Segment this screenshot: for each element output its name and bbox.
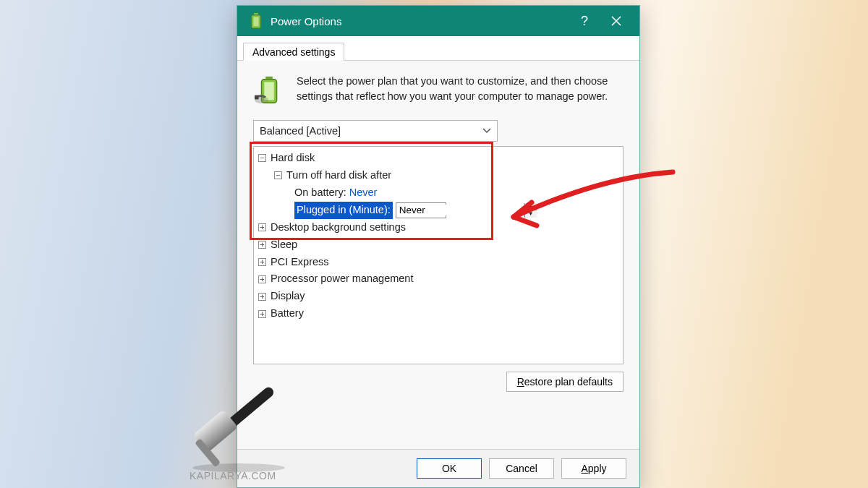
tree-label: PCI Express: [271, 254, 329, 271]
settings-tree[interactable]: − Hard disk − Turn off hard disk after O…: [253, 146, 624, 364]
spinner-down-button[interactable]: ▼: [525, 210, 537, 218]
close-button[interactable]: [600, 6, 632, 36]
svg-rect-11: [195, 438, 221, 467]
svg-rect-10: [193, 409, 239, 453]
expand-toggle[interactable]: +: [258, 293, 266, 301]
restore-defaults-button[interactable]: Restore plan defaults: [506, 372, 624, 392]
tree-label: Display: [271, 288, 305, 305]
power-plan-icon: [253, 74, 286, 107]
tree-label: Battery: [271, 305, 304, 322]
svg-rect-7: [255, 95, 259, 100]
settings-tree-container: − Hard disk − Turn off hard disk after O…: [253, 146, 624, 364]
tree-label: On battery:: [294, 184, 346, 202]
intro-text: Select the power plan that you want to c…: [297, 74, 624, 107]
expand-toggle[interactable]: +: [258, 275, 266, 283]
watermark-text: KAPILARYA.COM: [190, 470, 276, 481]
expand-toggle[interactable]: +: [258, 258, 266, 266]
ok-button[interactable]: OK: [417, 458, 482, 479]
power-plan-dropdown[interactable]: Balanced [Active]: [253, 120, 498, 142]
plugged-in-label-selected: Plugged in (Minute):: [294, 202, 393, 219]
restore-label: estore plan defaults: [524, 376, 613, 388]
on-battery-value[interactable]: Never: [349, 184, 378, 202]
battery-icon: [249, 13, 263, 29]
svg-rect-2: [253, 17, 258, 27]
plan-selected-value: Balanced [Active]: [260, 125, 341, 137]
tree-item-processor-power[interactable]: +Processor power management: [258, 270, 618, 288]
tree-label: Turn off hard disk after: [286, 167, 391, 184]
chevron-down-icon: [482, 128, 491, 134]
tab-advanced-settings[interactable]: Advanced settings: [243, 43, 344, 61]
close-icon: [611, 16, 621, 26]
tree-item-pci-express[interactable]: +PCI Express: [258, 254, 618, 271]
tree-item-plugged-in[interactable]: Plugged in (Minute): ▲ ▼: [258, 202, 618, 219]
tree-item-display[interactable]: +Display: [258, 288, 618, 305]
intro-row: Select the power plan that you want to c…: [253, 74, 624, 107]
collapse-toggle[interactable]: −: [258, 154, 266, 162]
collapse-toggle[interactable]: −: [274, 171, 282, 179]
tree-item-sleep[interactable]: +Sleep: [258, 236, 618, 254]
tree-label: Processor power management: [271, 270, 413, 288]
expand-toggle[interactable]: +: [258, 241, 266, 249]
tree-item-desktop-background[interactable]: +Desktop background settings: [258, 219, 618, 236]
tree-label: Hard disk: [271, 150, 315, 167]
tree-item-turn-off-hard-disk[interactable]: − Turn off hard disk after: [258, 167, 618, 184]
plugged-in-spinner[interactable]: ▲ ▼: [396, 202, 446, 218]
tree-item-hard-disk[interactable]: − Hard disk: [258, 150, 618, 167]
plugged-in-value-input[interactable]: [396, 205, 524, 215]
tab-strip: Advanced settings: [237, 36, 639, 61]
tree-label: Desktop background settings: [271, 219, 406, 236]
tree-label: Sleep: [271, 236, 297, 254]
help-button[interactable]: ?: [569, 6, 600, 36]
dialog-footer: OK Cancel Apply: [237, 449, 639, 487]
dialog-content: Select the power plan that you want to c…: [237, 61, 639, 449]
cancel-button[interactable]: Cancel: [489, 458, 554, 479]
window-title: Power Options: [271, 15, 341, 27]
tree-item-battery[interactable]: +Battery: [258, 305, 618, 322]
titlebar: Power Options ?: [237, 6, 639, 36]
expand-toggle[interactable]: +: [258, 223, 266, 231]
apply-button[interactable]: Apply: [561, 458, 626, 479]
tree-item-on-battery[interactable]: On battery: Never: [258, 184, 618, 202]
expand-toggle[interactable]: +: [258, 310, 266, 318]
power-options-dialog: Power Options ? Advanced settings Select…: [237, 5, 640, 488]
